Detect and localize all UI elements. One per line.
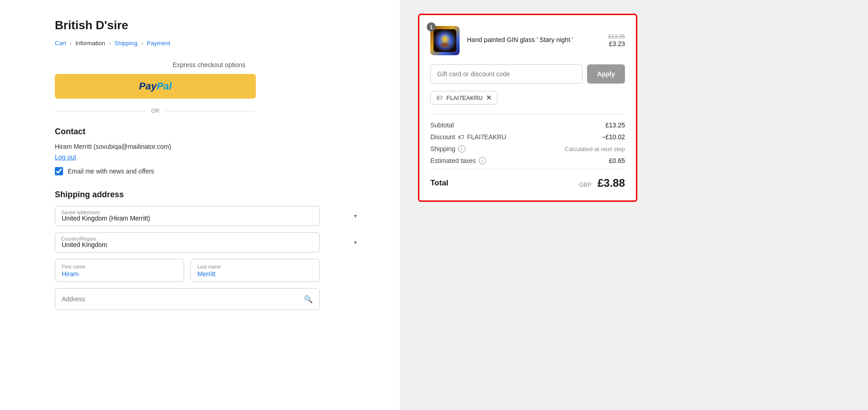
tag-icon: 🏷 (436, 94, 443, 101)
total-amount: GBP £3.88 (579, 177, 625, 189)
express-checkout-label: Express checkout options (55, 61, 363, 68)
last-name-label: Last name (197, 264, 313, 269)
email-checkbox-row: Email me with news and offers (55, 167, 363, 175)
chevron-down-icon-2: ▾ (354, 239, 357, 246)
subtotal-amount: £13.25 (605, 121, 625, 129)
subtotal-label: Subtotal (430, 121, 454, 129)
discount-label: Discount 🏷 FLAI7EAKRU (430, 133, 506, 141)
breadcrumb-sep-3: › (141, 40, 143, 47)
email-checkbox-label: Email me with news and offers (68, 168, 154, 175)
shipping-amount: Calculated at next step (565, 146, 625, 152)
discount-code-input[interactable] (430, 64, 582, 84)
total-divider (430, 169, 625, 169)
remove-coupon-icon[interactable]: ✕ (486, 94, 492, 101)
breadcrumb-cart[interactable]: Cart (55, 40, 66, 47)
coupon-tag: 🏷 FLAI7EAKRU ✕ (430, 91, 498, 105)
last-name-field: Last name Merritt (191, 259, 320, 282)
first-name-label: First name (62, 264, 177, 269)
total-currency: GBP (579, 181, 591, 188)
discount-amount: −£10.02 (602, 133, 625, 141)
svg-point-3 (443, 37, 447, 40)
name-row: First name Hiram Last name Merritt (55, 259, 320, 282)
country-select[interactable]: United Kingdom (55, 232, 320, 252)
shipping-row: Shipping i Calculated at next step (430, 145, 625, 152)
apply-button[interactable]: Apply (587, 64, 625, 84)
brand-title: British D'sire (55, 18, 363, 32)
paypal-logo: PayPal (139, 80, 172, 92)
email-checkbox[interactable] (55, 167, 63, 175)
breadcrumb: Cart › Information › Shipping › Payment (55, 40, 363, 47)
breadcrumb-sep-2: › (109, 40, 111, 47)
last-name-value: Merritt (197, 270, 313, 278)
address-input[interactable] (62, 295, 301, 303)
contact-section-title: Contact (55, 127, 363, 137)
product-current-price: £3.23 (609, 40, 625, 47)
logout-link[interactable]: Log out (55, 153, 76, 161)
divider-line-left (55, 111, 146, 111)
taxes-row: Estimated taxes i £0.65 (430, 157, 625, 164)
shipping-info-icon[interactable]: i (458, 145, 466, 152)
country-group: Country/Region United Kingdom ▾ (55, 232, 363, 252)
product-row: 1 Hand painted GIN glass ' Stary night '… (430, 26, 625, 55)
subtotal-row: Subtotal £13.25 (430, 121, 625, 129)
saved-addresses-select[interactable]: United Kingdom (Hiram Merritt) (55, 206, 320, 226)
order-summary-box: 1 Hand painted GIN glass ' Stary night '… (418, 14, 637, 202)
first-name-field: First name Hiram (55, 259, 184, 282)
product-original-price: £13.25 (608, 33, 625, 40)
total-amount-value: £3.88 (598, 177, 625, 189)
total-row: Total GBP £3.88 (430, 177, 625, 189)
discount-row: Discount 🏷 FLAI7EAKRU −£10.02 (430, 133, 625, 141)
taxes-info-icon[interactable]: i (479, 157, 486, 164)
breadcrumb-sep-1: › (70, 40, 72, 47)
or-divider: OR (55, 108, 256, 114)
breadcrumb-payment[interactable]: Payment (147, 40, 170, 47)
discount-tag-icon: 🏷 (458, 133, 464, 141)
address-field[interactable]: 🔍 (55, 288, 320, 310)
coupon-code-text: FLAI7EAKRU (446, 95, 482, 101)
saved-addresses-group: Saved addresses United Kingdom (Hiram Me… (55, 206, 363, 226)
first-name-value: Hiram (62, 270, 177, 278)
product-quantity-badge: 1 (427, 22, 436, 32)
product-name: Hand painted GIN glass ' Stary night ' (467, 36, 601, 43)
chevron-down-icon: ▾ (354, 213, 357, 219)
left-panel: British D'sire Cart › Information › Ship… (0, 0, 400, 410)
svg-point-2 (440, 43, 450, 47)
contact-user-info: Hiram Merritt (sovubiqa@mailinator.com) (55, 143, 363, 150)
search-icon: 🔍 (304, 295, 313, 304)
breadcrumb-information: Information (75, 40, 105, 47)
shipping-section-title: Shipping address (55, 190, 363, 200)
discount-input-row: Apply (430, 64, 625, 84)
summary-divider (430, 114, 625, 114)
discount-code-display: FLAI7EAKRU (467, 133, 506, 141)
paypal-button[interactable]: PayPal (55, 74, 256, 99)
divider-line-right (165, 111, 256, 111)
or-text: OR (151, 108, 159, 114)
breadcrumb-shipping[interactable]: Shipping (114, 40, 138, 47)
taxes-label: Estimated taxes i (430, 157, 486, 164)
shipping-label: Shipping i (430, 145, 466, 152)
product-image (430, 26, 460, 55)
right-panel: 1 Hand painted GIN glass ' Stary night '… (400, 0, 868, 410)
product-image-wrap: 1 (430, 26, 460, 55)
total-label: Total (430, 179, 448, 188)
product-info: Hand painted GIN glass ' Stary night ' (467, 36, 601, 45)
product-prices: £13.25 £3.23 (608, 33, 625, 48)
product-image-svg (434, 29, 456, 52)
taxes-amount: £0.65 (609, 157, 625, 164)
